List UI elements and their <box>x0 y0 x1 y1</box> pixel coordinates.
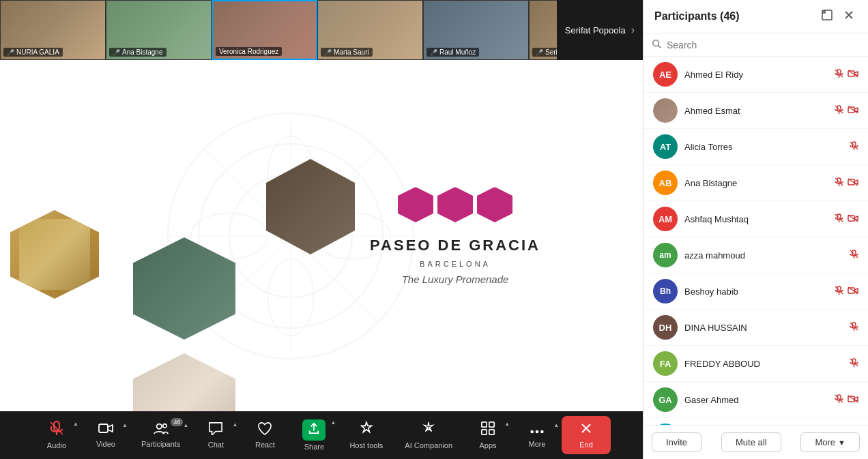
video-icon <box>98 422 113 438</box>
cam-muted-icon <box>848 214 858 224</box>
host-tools-button[interactable]: Host tools <box>338 417 394 454</box>
apps-chevron-icon: ▲ <box>504 421 510 427</box>
more-options-button[interactable]: More ▼ <box>800 432 860 452</box>
ai-companion-icon <box>421 421 436 439</box>
close-panel-button[interactable] <box>841 8 857 25</box>
svg-point-25 <box>540 430 544 434</box>
end-label: End <box>579 441 593 449</box>
participant-name: FREDDY ABBOUD <box>684 359 843 369</box>
list-item: Bh Beshoy habib <box>643 273 868 310</box>
search-icon <box>652 39 661 50</box>
mic-muted-icon-4: 🎤 <box>430 49 437 56</box>
svg-point-17 <box>162 424 167 428</box>
svg-point-32 <box>653 40 659 46</box>
list-item: am azza mahmoud <box>643 237 868 273</box>
video-label: Video <box>96 440 115 448</box>
video-button[interactable]: Video ▲ <box>81 418 130 452</box>
list-item: AE Ahmed El Ridy <box>643 57 868 93</box>
panel-actions <box>819 8 857 25</box>
more-button[interactable]: More ▲ <box>512 418 562 452</box>
participant-controls <box>835 69 858 80</box>
video-thumb-4[interactable]: 🎤 Raul Muñoz <box>423 0 529 60</box>
participant-name: Ahmed El Ridy <box>684 70 828 80</box>
participant-controls <box>850 358 858 370</box>
participant-name: Gaser Ahmed <box>684 395 828 405</box>
video-strip: 🎤 NURIA GALIA 🎤 Ana Bistagne Veronica Ro… <box>0 0 643 60</box>
chat-button[interactable]: Chat ▲ <box>191 417 240 453</box>
mute-all-button[interactable]: Mute all <box>721 432 781 452</box>
ai-companion-button[interactable]: AI Companion <box>394 417 463 454</box>
participant-name: Ashfaq Mushtaq <box>684 214 828 224</box>
video-thumb-0[interactable]: 🎤 NURIA GALIA <box>0 0 106 60</box>
mic-muted-icon-1: 🎤 <box>113 49 120 56</box>
svg-rect-21 <box>482 430 487 434</box>
list-item: Ahmed Esmat <box>643 93 868 129</box>
participants-chevron-icon: ▲ <box>184 422 189 428</box>
participant-controls <box>850 141 858 153</box>
video-thumb-2[interactable]: Veronica Rodriguez <box>212 0 317 60</box>
react-button[interactable]: React <box>240 417 289 453</box>
thumb-name-1: Ana Bistagne <box>122 48 163 56</box>
apps-button[interactable]: Apps ▲ <box>463 417 512 454</box>
main-video-area: 🎤 NURIA GALIA 🎤 Ana Bistagne Veronica Ro… <box>0 0 643 459</box>
avatar: GA <box>653 387 678 412</box>
apps-label: Apps <box>480 441 497 449</box>
audio-button[interactable]: Audio ▲ <box>32 417 81 454</box>
avatar: am <box>653 243 678 267</box>
mic-muted-icon <box>835 177 843 189</box>
svg-rect-22 <box>489 430 494 434</box>
participant-controls <box>835 105 858 117</box>
react-icon <box>257 421 272 439</box>
cam-muted-icon <box>848 178 858 188</box>
participant-name: Ana Bistagne <box>684 178 828 188</box>
participant-controls <box>835 394 858 406</box>
participants-icon <box>154 422 169 438</box>
react-label: React <box>255 441 275 449</box>
video-thumb-1[interactable]: 🎤 Ana Bistagne <box>106 0 212 60</box>
participant-name: Ahmed Esmat <box>684 106 828 116</box>
video-thumb-3[interactable]: 🎤 Marta Sauri <box>317 0 423 60</box>
host-tools-label: Host tools <box>349 441 383 449</box>
chat-label: Chat <box>208 441 224 449</box>
panel-title: Participants (46) <box>654 10 740 23</box>
host-tools-icon <box>359 421 374 439</box>
chevron-right-icon[interactable]: › <box>631 24 635 36</box>
share-button[interactable]: Share ▲ <box>289 415 338 455</box>
avatar: DH <box>653 315 678 340</box>
brand-title: PASEO DE GRACIA <box>370 236 540 254</box>
featured-speaker-label: Serifat Popoola › <box>557 0 643 60</box>
apps-icon <box>480 421 495 439</box>
thumb-name-0: NURIA GALIA <box>16 48 59 56</box>
brand-area: PASEO DE GRACIA BARCELONA The Luxury Pro… <box>370 187 540 284</box>
end-button[interactable]: End <box>562 416 611 454</box>
mic-muted-icon <box>835 286 843 297</box>
svg-rect-15 <box>99 424 108 432</box>
thumb-name-2: Veronica Rodriguez <box>219 48 278 55</box>
invite-button[interactable]: Invite <box>652 432 701 452</box>
brand-hex-1 <box>398 187 433 222</box>
thumb-name-3: Marta Sauri <box>334 48 369 56</box>
popout-button[interactable] <box>819 8 835 25</box>
avatar: AM <box>653 207 678 231</box>
hex-photo-1 <box>10 210 99 299</box>
audio-label: Audio <box>47 441 66 449</box>
mic-muted-icon <box>850 141 858 153</box>
mic-muted-icon <box>835 105 843 117</box>
participant-name: azza mahmoud <box>684 250 843 261</box>
svg-line-33 <box>659 46 661 48</box>
participants-button[interactable]: Participants 46 ▲ <box>130 418 191 452</box>
svg-point-23 <box>530 430 534 434</box>
toolbar: Audio ▲ Video ▲ Particip <box>0 411 643 459</box>
hex-photo-4 <box>133 353 235 411</box>
avatar: FA <box>653 351 678 376</box>
avatar: AB <box>653 171 678 195</box>
mic-muted-icon-0: 🎤 <box>7 49 14 56</box>
audio-chevron-icon: ▲ <box>73 421 78 427</box>
cam-muted-icon <box>848 395 858 405</box>
cam-muted-icon <box>848 106 858 116</box>
avatar: AE <box>653 62 678 87</box>
featured-speaker-name: Serifat Popoola <box>565 25 626 35</box>
list-item: AT Alicia Torres <box>643 129 868 165</box>
list-item: GS Gautam Saigal <box>643 418 868 425</box>
search-input[interactable] <box>667 40 860 50</box>
